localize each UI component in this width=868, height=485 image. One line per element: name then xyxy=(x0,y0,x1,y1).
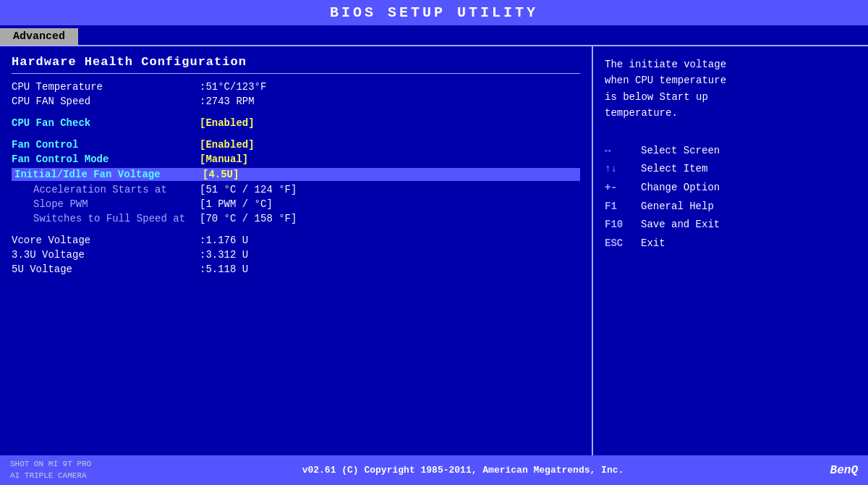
5v-voltage-row: 5U Voltage :5.118 U xyxy=(12,263,580,275)
initial-idle-fan-voltage-row[interactable]: Initial/Idle Fan Voltage [4.5U] xyxy=(12,168,580,181)
vcore-voltage-value: :1.176 U xyxy=(200,235,248,246)
key-sym-plusminus: +- xyxy=(605,180,641,196)
help-text-line4: temperature. xyxy=(605,107,678,119)
cpu-fan-check-value: [Enabled] xyxy=(200,117,255,129)
acceleration-starts-label: Acceleration Starts at xyxy=(33,184,200,195)
3v3-voltage-value: :3.312 U xyxy=(200,249,248,261)
left-panel: Hardware Health Configuration CPU Temper… xyxy=(0,46,593,455)
cpu-fan-speed-label: CPU FAN Speed xyxy=(12,96,200,107)
fan-control-mode-label: Fan Control Mode xyxy=(12,153,200,165)
help-text: The initiate voltage when CPU temperatur… xyxy=(605,56,856,122)
help-text-line3: is below Start up xyxy=(605,91,708,103)
acceleration-starts-row: Acceleration Starts at [51 °C / 124 °F] xyxy=(12,184,580,195)
title-bar: BIOS SETUP UTILITY xyxy=(0,0,868,25)
key-desc-general-help: General Help xyxy=(641,199,714,215)
fan-control-mode-value: [Manual] xyxy=(200,153,248,165)
main-area: Hardware Health Configuration CPU Temper… xyxy=(0,45,868,455)
tab-advanced[interactable]: Advanced xyxy=(0,28,78,45)
switches-full-speed-value: [70 °C / 158 °F] xyxy=(200,213,297,224)
section-divider xyxy=(12,73,580,74)
help-text-line1: The initiate voltage xyxy=(605,59,726,70)
section-title: Hardware Health Configuration xyxy=(12,55,580,69)
cpu-fan-check-label: CPU Fan Check xyxy=(12,117,200,129)
key-select-screen: ↔ Select Screen xyxy=(605,143,856,159)
bios-screen: BIOS SETUP UTILITY Advanced Hardware Hea… xyxy=(0,0,868,485)
fan-control-row: Fan Control [Enabled] xyxy=(12,139,580,151)
initial-idle-fan-voltage-label: Initial/Idle Fan Voltage xyxy=(12,168,200,181)
brand-label: BenQ xyxy=(800,464,858,477)
cpu-fan-speed-row: CPU FAN Speed :2743 RPM xyxy=(12,96,580,107)
5v-voltage-label: 5U Voltage xyxy=(12,263,200,275)
key-general-help: F1 General Help xyxy=(605,199,856,215)
key-desc-save-exit: Save and Exit xyxy=(641,217,720,233)
5v-voltage-value: :5.118 U xyxy=(200,263,248,275)
switches-full-speed-label: Switches to Full Speed at xyxy=(33,213,200,224)
key-exit: ESC Exit xyxy=(605,236,856,252)
key-desc-exit: Exit xyxy=(641,236,665,252)
title-label: BIOS SETUP UTILITY xyxy=(330,4,538,21)
key-sym-f1: F1 xyxy=(605,199,641,215)
acceleration-starts-value: [51 °C / 124 °F] xyxy=(200,184,297,195)
right-panel: The initiate voltage when CPU temperatur… xyxy=(593,46,868,455)
shot-on-label: SHOT ON MI 9T PRO AI TRIPLE CAMERA xyxy=(10,459,126,481)
key-save-exit: F10 Save and Exit xyxy=(605,217,856,233)
key-sym-updown: ↑↓ xyxy=(605,161,641,177)
key-sym-arrows: ↔ xyxy=(605,143,641,159)
key-change-option: +- Change Option xyxy=(605,180,856,196)
bottom-bar: SHOT ON MI 9T PRO AI TRIPLE CAMERA v02.6… xyxy=(0,455,868,485)
fan-control-label: Fan Control xyxy=(12,139,200,151)
vcore-voltage-row: Vcore Voltage :1.176 U xyxy=(12,235,580,246)
cpu-temp-label: CPU Temperature xyxy=(12,81,200,93)
3v3-voltage-label: 3.3U Voltage xyxy=(12,249,200,261)
slope-pwm-value: [1 PWM / °C] xyxy=(200,198,273,210)
fan-control-mode-row: Fan Control Mode [Manual] xyxy=(12,153,580,165)
slope-pwm-row: Slope PWM [1 PWM / °C] xyxy=(12,198,580,210)
key-select-item: ↑↓ Select Item xyxy=(605,161,856,177)
key-desc-select-screen: Select Screen xyxy=(641,143,720,159)
vcore-voltage-label: Vcore Voltage xyxy=(12,235,200,246)
key-help: ↔ Select Screen ↑↓ Select Item +- Change… xyxy=(605,143,856,252)
copyright-label: v02.61 (C) Copyright 1985-2011, American… xyxy=(132,465,794,476)
help-text-line2: when CPU temperature xyxy=(605,75,726,86)
switches-full-speed-row: Switches to Full Speed at [70 °C / 158 °… xyxy=(12,213,580,224)
key-sym-f10: F10 xyxy=(605,217,641,233)
3v3-voltage-row: 3.3U Voltage :3.312 U xyxy=(12,249,580,261)
key-desc-select-item: Select Item xyxy=(641,161,707,177)
initial-idle-fan-voltage-value: [4.5U] xyxy=(200,168,242,181)
cpu-fan-speed-value: :2743 RPM xyxy=(200,96,255,107)
key-sym-esc: ESC xyxy=(605,236,641,252)
tab-row: Advanced xyxy=(0,25,868,45)
cpu-temp-row: CPU Temperature :51°C/123°F xyxy=(12,81,580,93)
slope-pwm-label: Slope PWM xyxy=(33,198,200,210)
key-desc-change-option: Change Option xyxy=(641,180,720,196)
cpu-temp-value: :51°C/123°F xyxy=(200,81,266,93)
cpu-fan-check-row: CPU Fan Check [Enabled] xyxy=(12,117,580,129)
fan-control-value: [Enabled] xyxy=(200,139,255,151)
